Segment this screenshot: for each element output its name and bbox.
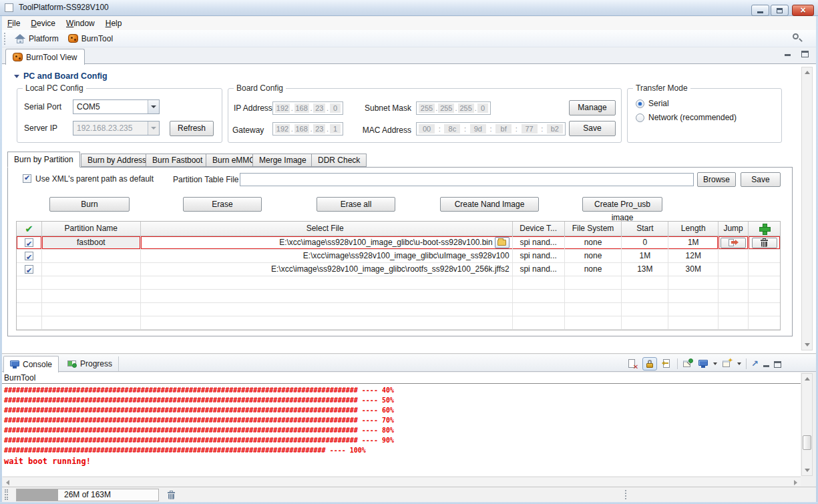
- select-file-cell[interactable]: E:\xcc\image\ss928v100_image_glibc\u-boo…: [141, 236, 513, 250]
- scroll-left-icon[interactable]: [6, 480, 9, 485]
- tab-burntool-view[interactable]: BurnTool View: [5, 49, 85, 65]
- display-console-dropdown-icon[interactable]: [713, 362, 717, 365]
- tab-ddr-check[interactable]: DDR Check: [311, 154, 367, 167]
- scroll-lock-button[interactable]: [642, 357, 657, 370]
- header-file-system[interactable]: File System: [565, 222, 622, 236]
- jump-button[interactable]: [721, 238, 746, 248]
- pin-console-icon[interactable]: [682, 358, 693, 369]
- device-type-cell[interactable]: spi nand...: [513, 236, 565, 250]
- scroll-up-icon[interactable]: [805, 71, 810, 74]
- select-file-cell[interactable]: E:\xcc\image\ss928v100_image_glibc\rootf…: [141, 263, 513, 276]
- menu-window[interactable]: Window: [61, 17, 100, 29]
- start-cell[interactable]: 1M: [622, 250, 668, 263]
- title-bar[interactable]: ToolPlatform-SS928V100: [0, 0, 818, 16]
- detach-view-icon[interactable]: ↗: [751, 358, 759, 369]
- row-checkbox[interactable]: [25, 265, 33, 274]
- row-checkbox[interactable]: [25, 238, 33, 247]
- console-scrollbar-vertical[interactable]: [801, 373, 813, 476]
- device-type-cell[interactable]: spi nand...: [513, 250, 565, 263]
- open-console-dropdown-icon[interactable]: [737, 362, 741, 365]
- board-save-button[interactable]: Save: [569, 121, 616, 136]
- console-minimize-icon[interactable]: [763, 365, 769, 367]
- file-system-cell[interactable]: none: [565, 250, 622, 263]
- partition-name-cell[interactable]: [42, 250, 141, 263]
- search-icon[interactable]: [792, 33, 803, 43]
- browse-button[interactable]: Browse: [697, 172, 736, 187]
- table-row[interactable]: E:\xcc\image\ss928v100_image_glibc\uImag…: [17, 250, 780, 263]
- platform-button[interactable]: Platform: [10, 32, 63, 45]
- scroll-up-icon[interactable]: [805, 377, 810, 381]
- browse-file-button[interactable]: [495, 237, 509, 248]
- scroll-right-icon[interactable]: [794, 480, 797, 485]
- create-nand-image-button[interactable]: Create Nand Image: [440, 197, 539, 212]
- add-row-icon[interactable]: [759, 224, 769, 234]
- tab-console[interactable]: Console: [3, 356, 59, 372]
- open-console-icon[interactable]: ✦: [722, 358, 733, 369]
- display-console-icon[interactable]: [698, 358, 708, 369]
- close-button[interactable]: [792, 5, 814, 16]
- view-maximize-icon[interactable]: [801, 51, 809, 57]
- tab-merge-image[interactable]: Merge Image: [252, 154, 313, 167]
- word-wrap-icon[interactable]: [662, 358, 672, 369]
- start-cell[interactable]: 0: [622, 236, 668, 250]
- refresh-button[interactable]: Refresh: [170, 121, 214, 136]
- console-scrollbar-horizontal[interactable]: [3, 477, 801, 486]
- tab-burn-by-partition[interactable]: Burn by Partition: [7, 152, 80, 168]
- table-row-empty[interactable]: [17, 316, 780, 330]
- create-pro-usb-image-button[interactable]: Create Pro_usb image: [582, 197, 662, 212]
- start-cell[interactable]: 13M: [622, 263, 668, 276]
- scroll-down-icon[interactable]: [805, 469, 810, 472]
- table-row-empty[interactable]: [17, 303, 780, 316]
- tab-progress[interactable]: Progress: [61, 356, 119, 371]
- menu-help[interactable]: Help: [100, 17, 128, 29]
- header-length[interactable]: Length: [668, 222, 719, 236]
- file-system-cell[interactable]: none: [565, 263, 622, 276]
- menu-file[interactable]: File: [2, 17, 25, 29]
- pc-board-config-header[interactable]: PC and Board Config: [14, 71, 108, 81]
- serial-port-select[interactable]: COM5: [73, 99, 160, 114]
- toolbar-grip[interactable]: [4, 33, 7, 45]
- clear-console-icon[interactable]: ✕: [627, 358, 638, 369]
- table-row-empty[interactable]: [17, 290, 780, 303]
- header-jump[interactable]: Jump: [719, 222, 749, 236]
- device-type-cell[interactable]: spi nand...: [513, 263, 565, 276]
- burn-button[interactable]: Burn: [49, 197, 130, 212]
- view-minimize-icon[interactable]: [785, 54, 791, 56]
- length-cell[interactable]: 1M: [668, 236, 719, 250]
- console-output[interactable]: BurnTool ###############################…: [2, 372, 801, 476]
- header-start[interactable]: Start: [622, 222, 668, 236]
- header-select-file[interactable]: Select File: [141, 222, 513, 236]
- minimize-button[interactable]: [751, 5, 769, 16]
- select-file-cell[interactable]: E:\xcc\image\ss928v100_image_glibc\uImag…: [141, 250, 513, 263]
- partition-save-button[interactable]: Save: [741, 172, 781, 187]
- partition-table-file-input[interactable]: [240, 173, 694, 186]
- use-xml-checkbox[interactable]: [23, 174, 31, 183]
- partition-name-cell[interactable]: [42, 263, 141, 276]
- erase-all-button[interactable]: Erase all: [317, 197, 395, 212]
- length-cell[interactable]: 12M: [668, 250, 719, 263]
- tab-burn-by-address[interactable]: Burn by Address: [81, 154, 153, 167]
- partition-name-cell[interactable]: fastboot: [42, 236, 141, 250]
- radio-network[interactable]: Network (recommended): [636, 113, 737, 122]
- header-device-type[interactable]: Device T...: [513, 222, 565, 236]
- burntool-button[interactable]: BurnTool: [63, 32, 118, 45]
- main-scrollbar-vertical[interactable]: [801, 67, 813, 350]
- scroll-thumb[interactable]: [803, 435, 811, 450]
- manage-button[interactable]: Manage: [569, 100, 616, 115]
- table-row[interactable]: E:\xcc\image\ss928v100_image_glibc\rootf…: [17, 263, 780, 276]
- row-checkbox[interactable]: [25, 252, 33, 260]
- length-cell[interactable]: 30M: [668, 263, 719, 276]
- table-row-fastboot[interactable]: fastboot E:\xcc\image\ss928v100_image_gl…: [17, 236, 780, 250]
- radio-serial[interactable]: Serial: [636, 99, 669, 108]
- table-row-empty[interactable]: [17, 276, 780, 290]
- maximize-button[interactable]: [771, 5, 789, 16]
- header-partition-name[interactable]: Partition Name: [42, 222, 141, 236]
- delete-row-button[interactable]: [752, 238, 777, 248]
- run-garbage-collector-button[interactable]: [164, 489, 178, 501]
- scroll-down-icon[interactable]: [805, 343, 810, 346]
- erase-button[interactable]: Erase: [183, 197, 262, 212]
- chevron-down-icon[interactable]: [148, 100, 159, 113]
- statusbar-grip[interactable]: [5, 489, 8, 500]
- file-system-cell[interactable]: none: [565, 236, 622, 250]
- menu-device[interactable]: Device: [25, 17, 61, 29]
